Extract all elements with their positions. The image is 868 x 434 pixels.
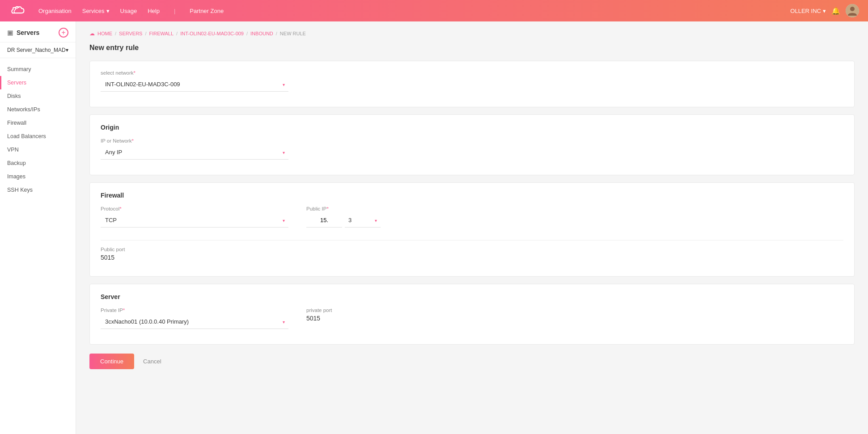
firewall-divider xyxy=(101,240,843,240)
nav-help[interactable]: Help xyxy=(148,8,160,14)
public-port-label: Public port xyxy=(101,247,843,252)
sidebar-item-load-balancers[interactable]: Load Balancers xyxy=(0,130,76,143)
select-network-field: select network* INT-OLIN02-EU-MAD3C-009I… xyxy=(101,70,843,92)
server-section-title: Server xyxy=(101,293,843,300)
private-ip-wrap: 3cxNacho01 (10.0.0.40 Primary)3cxNacho02… xyxy=(101,315,288,329)
sidebar-item-disks[interactable]: Disks xyxy=(0,89,76,103)
private-ip-dropdown[interactable]: 3cxNacho01 (10.0.0.40 Primary)3cxNacho02… xyxy=(101,315,288,329)
nav-organisation[interactable]: Organisation xyxy=(38,8,72,14)
breadcrumb-home[interactable]: HOME xyxy=(97,31,112,36)
breadcrumb: ☁ HOME / SERVERS / FIREWALL / INT-OLIN02… xyxy=(89,30,855,37)
public-ip-field: Public IP* 3 ▾ xyxy=(306,206,843,228)
org-chevron-icon: ▾ xyxy=(823,8,826,14)
add-server-button[interactable]: + xyxy=(59,28,68,38)
sidebar-nav: Summary Servers Disks Networks/IPs Firew… xyxy=(0,58,76,201)
server-section: Server Private IP* 3cxNacho01 (10.0.0.40… xyxy=(89,284,855,345)
sidebar-item-summary[interactable]: Summary xyxy=(0,63,76,76)
bell-icon[interactable]: 🔔 xyxy=(831,7,840,15)
sidebar-item-vpn[interactable]: VPN xyxy=(0,143,76,156)
services-chevron-icon: ▾ xyxy=(106,8,110,14)
origin-section: Origin IP or Network* Any IPCustom IP ▾ xyxy=(89,114,855,175)
private-row: Private IP* 3cxNacho01 (10.0.0.40 Primar… xyxy=(101,308,843,335)
nav-services[interactable]: Services ▾ xyxy=(82,8,110,14)
app-layout: ▣ Servers + DR Server_Nacho_MAD ▾ Summar… xyxy=(0,21,868,434)
main-content: ☁ HOME / SERVERS / FIREWALL / INT-OLIN02… xyxy=(76,21,868,434)
private-port-label: private port xyxy=(306,308,843,313)
logo[interactable] xyxy=(9,5,25,16)
public-ip-input-part1[interactable] xyxy=(306,213,342,228)
sidebar-title: ▣ Servers xyxy=(7,29,39,36)
protocol-label: Protocol* xyxy=(101,206,288,211)
server-icon: ▣ xyxy=(7,29,13,36)
nav-usage[interactable]: Usage xyxy=(120,8,137,14)
protocol-row: Protocol* TCPUDPICMP ▾ Public IP* xyxy=(101,206,843,234)
sidebar-item-servers[interactable]: Servers xyxy=(0,76,76,89)
private-port-col: private port 5015 xyxy=(306,308,843,328)
page-title: New entry rule xyxy=(89,44,855,52)
sidebar-item-firewall[interactable]: Firewall xyxy=(0,116,76,130)
breadcrumb-firewall[interactable]: FIREWALL xyxy=(149,31,174,36)
public-ip-select-wrap: 3 ▾ xyxy=(345,213,381,228)
select-network-wrap: INT-OLIN02-EU-MAD3C-009INT-OLIN02-EU-MAD… xyxy=(101,77,288,92)
server-selector[interactable]: DR Server_Nacho_MAD ▾ xyxy=(0,42,76,58)
protocol-wrap: TCPUDPICMP ▾ xyxy=(101,213,288,228)
ip-network-label: IP or Network* xyxy=(101,138,843,143)
breadcrumb-cloud-icon: ☁ xyxy=(89,30,95,37)
private-ip-col: Private IP* 3cxNacho01 (10.0.0.40 Primar… xyxy=(101,308,288,335)
protocol-field: Protocol* TCPUDPICMP ▾ xyxy=(101,206,288,228)
sidebar: ▣ Servers + DR Server_Nacho_MAD ▾ Summar… xyxy=(0,21,76,434)
nav-partner-zone[interactable]: Partner Zone xyxy=(190,8,224,14)
ip-network-field: IP or Network* Any IPCustom IP ▾ xyxy=(101,138,843,160)
sidebar-header: ▣ Servers + xyxy=(0,21,76,42)
breadcrumb-servers[interactable]: SERVERS xyxy=(119,31,142,36)
svg-point-1 xyxy=(850,7,855,11)
avatar[interactable] xyxy=(846,4,859,17)
top-nav: Organisation Services ▾ Usage Help | Par… xyxy=(0,0,868,21)
select-network-label: select network* xyxy=(101,70,843,76)
sidebar-item-images[interactable]: Images xyxy=(0,170,76,183)
public-ip-col: Public IP* 3 ▾ xyxy=(306,206,843,234)
public-ip-label: Public IP* xyxy=(306,206,843,211)
actions-row: Continue Cancel xyxy=(89,354,855,369)
breadcrumb-new-rule: NEW RULE xyxy=(280,31,306,36)
sidebar-item-networks-ips[interactable]: Networks/IPs xyxy=(0,103,76,116)
private-port-field: private port 5015 xyxy=(306,308,843,322)
firewall-section: Firewall Protocol* TCPUDPICMP ▾ xyxy=(89,182,855,277)
nav-divider: | xyxy=(174,8,175,14)
sidebar-item-backup[interactable]: Backup xyxy=(0,156,76,170)
public-ip-last-octet-select[interactable]: 3 xyxy=(345,213,381,228)
select-network-dropdown[interactable]: INT-OLIN02-EU-MAD3C-009INT-OLIN02-EU-MAD… xyxy=(101,77,288,92)
origin-section-title: Origin xyxy=(101,124,843,131)
public-ip-row: 3 ▾ xyxy=(306,213,843,228)
server-selector-chevron-icon: ▾ xyxy=(66,47,68,53)
protocol-dropdown[interactable]: TCPUDPICMP xyxy=(101,213,288,228)
sidebar-item-ssh-keys[interactable]: SSH Keys xyxy=(0,183,76,197)
select-network-section: select network* INT-OLIN02-EU-MAD3C-009I… xyxy=(89,61,855,107)
private-ip-label: Private IP* xyxy=(101,308,288,313)
public-port-field: Public port 5015 xyxy=(101,247,843,261)
protocol-col: Protocol* TCPUDPICMP ▾ xyxy=(101,206,288,234)
firewall-section-title: Firewall xyxy=(101,192,843,199)
continue-button[interactable]: Continue xyxy=(89,354,134,369)
selected-server-label: DR Server_Nacho_MAD xyxy=(7,47,66,53)
top-nav-right: OLLER INC ▾ 🔔 xyxy=(790,4,859,17)
ip-network-wrap: Any IPCustom IP ▾ xyxy=(101,145,288,160)
cancel-button[interactable]: Cancel xyxy=(140,354,165,369)
private-ip-field: Private IP* 3cxNacho01 (10.0.0.40 Primar… xyxy=(101,308,288,329)
sidebar-section-title: Servers xyxy=(17,29,39,36)
breadcrumb-inbound[interactable]: INBOUND xyxy=(250,31,273,36)
private-port-value: 5015 xyxy=(306,315,843,322)
nav-links: Organisation Services ▾ Usage Help | Par… xyxy=(38,8,790,14)
breadcrumb-network[interactable]: INT-OLIN02-EU-MAD3C-009 xyxy=(180,31,244,36)
public-port-value: 5015 xyxy=(101,254,843,261)
ip-network-dropdown[interactable]: Any IPCustom IP xyxy=(101,145,288,160)
org-selector[interactable]: OLLER INC ▾ xyxy=(790,8,826,14)
org-name: OLLER INC xyxy=(790,8,821,14)
